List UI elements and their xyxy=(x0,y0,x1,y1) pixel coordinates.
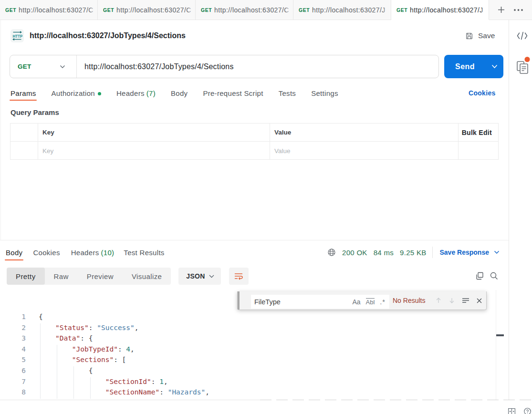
line-number: 3 xyxy=(0,334,26,342)
new-tab-button[interactable] xyxy=(497,6,505,14)
tab-headers[interactable]: Headers(7) xyxy=(116,86,156,101)
response-tab-headers[interactable]: Headers(10) xyxy=(71,244,115,260)
code-text: "JobTypeId": 4, xyxy=(39,345,135,353)
selection-lines-icon xyxy=(462,297,469,304)
close-icon xyxy=(476,298,482,304)
response-tab-cookies[interactable]: Cookies xyxy=(33,244,60,260)
pane-divider[interactable] xyxy=(0,240,509,240)
response-tab-body[interactable]: Body xyxy=(6,244,22,260)
documentation-icon[interactable] xyxy=(516,56,531,75)
code-line: 3 "Data": { xyxy=(0,334,509,345)
postman-app: GET http://localhost:63027/C GET http://… xyxy=(0,0,532,414)
split-pane-icon[interactable] xyxy=(508,408,515,414)
close-find-icon[interactable] xyxy=(476,298,482,304)
response-tab-headers-label: Headers xyxy=(71,248,99,257)
response-tab-body-label: Body xyxy=(6,248,22,257)
key-header-cell: Key xyxy=(38,124,270,141)
arrow-down-icon xyxy=(449,297,455,304)
tab-method-badge: GET xyxy=(103,7,114,13)
value-header-label: Value xyxy=(274,129,291,136)
view-mode-group: Pretty Raw Preview Visualize xyxy=(7,268,171,285)
find-input[interactable]: FileType Aa Abl .* xyxy=(251,295,389,309)
tab-settings-label: Settings xyxy=(311,89,338,97)
next-match-icon[interactable] xyxy=(449,297,455,304)
request-tab-2[interactable]: GET http://localhost:63027/C xyxy=(98,0,196,20)
method-selector[interactable]: GET xyxy=(10,55,76,78)
divider xyxy=(432,247,433,258)
view-preview-button[interactable]: Preview xyxy=(78,268,123,285)
view-visualize-button[interactable]: Visualize xyxy=(123,268,171,285)
help-icon[interactable] xyxy=(524,408,531,414)
response-tab-test-results[interactable]: Test Results xyxy=(124,244,164,260)
tab-settings[interactable]: Settings xyxy=(311,86,338,101)
tab-prerequest-script[interactable]: Pre-request Script xyxy=(203,86,263,101)
find-widget: FileType Aa Abl .* No Results xyxy=(237,291,487,310)
row-handle-cell xyxy=(10,124,38,141)
url-bar: GET http://localhost:63027/JobTypes/4/Se… xyxy=(10,55,439,78)
match-case-toggle[interactable]: Aa xyxy=(352,298,360,306)
view-raw-button[interactable]: Raw xyxy=(45,268,78,285)
response-status[interactable]: 200 OK xyxy=(342,248,367,257)
tab-params[interactable]: Params xyxy=(10,86,36,101)
divider xyxy=(76,55,77,78)
cookies-link[interactable]: Cookies xyxy=(469,89,496,97)
format-dropdown[interactable]: JSON xyxy=(178,268,220,285)
tab-prerequest-label: Pre-request Script xyxy=(203,89,263,97)
search-icon xyxy=(490,271,499,280)
response-size[interactable]: 9.25 KB xyxy=(400,248,426,257)
authorization-status-dot xyxy=(98,92,101,95)
code-text: "Status": "Success", xyxy=(39,324,139,331)
copy-icon[interactable] xyxy=(475,271,484,280)
save-button[interactable]: Save xyxy=(465,31,495,41)
split-panes-icon xyxy=(508,408,515,414)
copy-icon xyxy=(475,271,484,280)
tab-authorization[interactable]: Authorization xyxy=(51,86,101,101)
response-time[interactable]: 84 ms xyxy=(374,248,394,257)
request-tab-1[interactable]: GET http://localhost:63027/C xyxy=(0,0,98,20)
find-in-selection-icon[interactable] xyxy=(462,297,469,304)
bulk-edit-button[interactable]: Bulk Edit xyxy=(462,129,492,136)
code-line: 1{ xyxy=(0,313,509,324)
request-tab-5-active[interactable]: GET http://localhost:63027/J xyxy=(391,0,489,20)
tab-method-badge: GET xyxy=(299,7,310,13)
arrow-up-icon xyxy=(435,297,442,304)
tab-tests[interactable]: Tests xyxy=(279,86,296,101)
send-options-chevron-icon[interactable] xyxy=(491,64,498,69)
indent-guide xyxy=(40,323,41,399)
tab-bar-rest xyxy=(489,0,532,20)
url-input[interactable]: http://localhost:63027/JobTypes/4/Sectio… xyxy=(84,62,234,71)
query-params-title: Query Params xyxy=(10,108,59,116)
indent-guide xyxy=(90,377,91,399)
previous-match-icon[interactable] xyxy=(435,297,442,304)
regex-toggle[interactable]: .* xyxy=(380,298,386,306)
whole-word-toggle[interactable]: Abl xyxy=(366,298,375,306)
search-icon[interactable] xyxy=(490,271,499,280)
wrap-text-button[interactable] xyxy=(229,268,249,285)
request-title: http://localhost:63027/JobTypes/4/Sectio… xyxy=(30,31,186,40)
tab-options-icon[interactable] xyxy=(513,6,523,14)
code-text: "Sections": [ xyxy=(39,356,126,363)
tab-method-badge: GET xyxy=(5,7,16,13)
tab-tests-label: Tests xyxy=(279,89,296,97)
row-handle-cell xyxy=(10,142,38,160)
view-pretty-button[interactable]: Pretty xyxy=(7,268,45,285)
code-line: 4 "JobTypeId": 4, xyxy=(0,345,509,356)
code-snippet-icon[interactable] xyxy=(516,31,528,41)
save-response-label: Save Response xyxy=(440,248,490,256)
request-tab-3[interactable]: GET http://localhost:63027/C xyxy=(196,0,293,20)
tab-body[interactable]: Body xyxy=(171,86,188,101)
response-view-toolbar: Pretty Raw Preview Visualize JSON xyxy=(7,268,249,285)
find-widget-grip[interactable] xyxy=(238,291,240,310)
tab-headers-label: Headers xyxy=(116,89,145,97)
save-response-button[interactable]: Save Response xyxy=(440,248,500,256)
bulk-edit-cell: Bulk Edit xyxy=(459,124,498,141)
key-input-cell[interactable]: Key xyxy=(38,142,270,160)
value-input-cell[interactable]: Value xyxy=(270,142,459,160)
tab-url-label: http://localhost:63027/J xyxy=(312,6,386,14)
response-tabs: Body Cookies Headers(10) Test Results xyxy=(6,244,180,260)
globe-icon[interactable] xyxy=(327,248,336,257)
request-tab-4[interactable]: GET http://localhost:63027/J xyxy=(293,0,391,20)
line-number: 8 xyxy=(0,388,26,396)
send-button[interactable]: Send xyxy=(444,55,503,78)
plus-icon xyxy=(497,6,505,14)
